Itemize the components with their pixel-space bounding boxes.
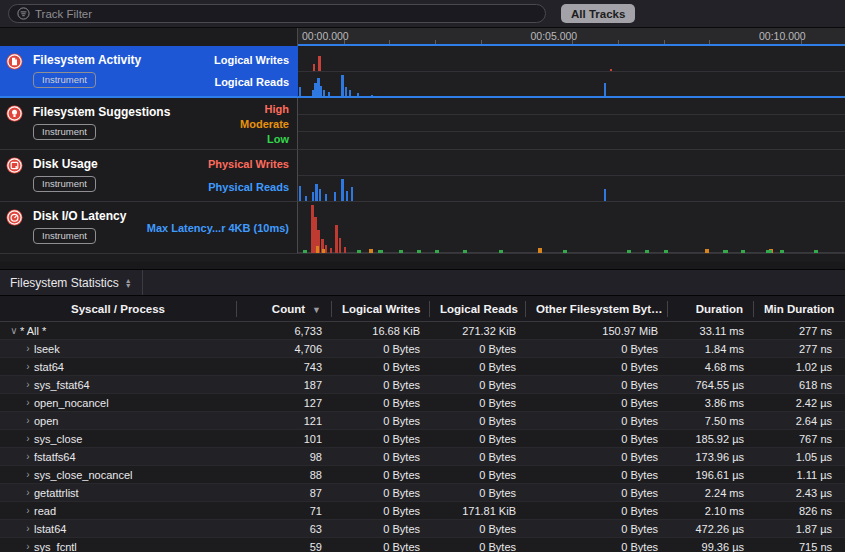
graph-bar: [345, 87, 347, 97]
cell-dur: 764.55 µs: [668, 379, 754, 391]
ruler-tick: [618, 40, 619, 44]
cell-dur: 3.86 ms: [668, 397, 754, 409]
stats-column-header: Syscall / Process Count▼ Logical Writes …: [0, 296, 845, 322]
graph-bar: [319, 189, 321, 202]
cell-dur: 472.26 µs: [668, 523, 754, 535]
chevron-up-down-icon: ▲▼: [125, 278, 132, 288]
disclosure-collapsed-icon[interactable]: ›: [22, 469, 34, 480]
column-header-count[interactable]: Count▼: [237, 301, 332, 317]
table-row[interactable]: ›getattrlist870 Bytes0 Bytes0 Bytes2.24 …: [0, 484, 845, 502]
filter-icon: [17, 7, 30, 20]
table-row[interactable]: ›sys_close_nocancel880 Bytes0 Bytes0 Byt…: [0, 466, 845, 484]
track-title: Disk I/O Latency: [33, 209, 126, 223]
cell-dur: 99.36 µs: [668, 541, 754, 552]
graph-bar: [312, 90, 314, 98]
graph-bar: [351, 187, 353, 201]
column-header-syscall-process[interactable]: Syscall / Process: [0, 301, 237, 317]
graph-bar: [604, 83, 606, 97]
disclosure-collapsed-icon[interactable]: ›: [22, 451, 34, 462]
syscall-name: lstat64: [34, 523, 66, 535]
track-filter-field[interactable]: [8, 4, 546, 23]
track-disk-usage-header[interactable]: Disk Usage Instrument Physical Writes Ph…: [0, 150, 298, 202]
track-disk-io-latency[interactable]: Disk I/O Latency Instrument Max Latency.…: [0, 202, 845, 254]
detail-view-selector[interactable]: Filesystem Statistics ▲▼: [0, 270, 143, 295]
disclosure-collapsed-icon[interactable]: ›: [22, 541, 34, 552]
track-filesystem-activity[interactable]: Filesystem Activity Instrument Logical W…: [0, 46, 845, 98]
table-row[interactable]: ›lstat64630 Bytes0 Bytes0 Bytes472.26 µs…: [0, 520, 845, 538]
cell-lw: 0 Bytes: [332, 361, 430, 373]
graph-bar: [344, 247, 346, 253]
cell-dur: 2.10 ms: [668, 505, 754, 517]
table-row[interactable]: ∨* All *6,73316.68 KiB271.32 KiB150.97 M…: [0, 322, 845, 340]
graph-bar: [741, 250, 745, 253]
disclosure-collapsed-icon[interactable]: ›: [22, 343, 34, 354]
graph-bar: [357, 93, 359, 97]
ruler-tick: [709, 40, 710, 44]
disclosure-collapsed-icon[interactable]: ›: [22, 397, 34, 408]
cell-lr: 271.32 KiB: [430, 325, 526, 337]
stats-table-body: ∨* All *6,73316.68 KiB271.32 KiB150.97 M…: [0, 322, 845, 552]
table-row[interactable]: ›lseek4,7060 Bytes0 Bytes0 Bytes1.84 ms2…: [0, 340, 845, 358]
lane-label-physical-writes: Physical Writes: [208, 158, 289, 170]
cell-count: 71: [237, 505, 332, 517]
column-header-logical-writes[interactable]: Logical Writes: [332, 301, 430, 317]
ruler-time-label: 00:00.000: [302, 30, 349, 42]
cell-min: 767 ns: [754, 433, 845, 445]
cell-dur: 196.61 µs: [668, 469, 754, 481]
column-header-duration[interactable]: Duration: [668, 301, 754, 317]
cell-min: 1.11 µs: [754, 469, 845, 481]
track-disk-usage[interactable]: Disk Usage Instrument Physical Writes Ph…: [0, 150, 845, 202]
track-filesystem-suggestions-header[interactable]: Filesystem Suggestions Instrument High M…: [0, 98, 298, 150]
cell-min: 1.87 µs: [754, 523, 845, 535]
disclosure-collapsed-icon[interactable]: ›: [22, 433, 34, 444]
syscall-name: fstatfs64: [34, 451, 76, 463]
disclosure-collapsed-icon[interactable]: ›: [22, 505, 34, 516]
cell-count: 63: [237, 523, 332, 535]
column-header-min-duration[interactable]: Min Duration: [754, 301, 845, 317]
cell-lr: 0 Bytes: [430, 523, 526, 535]
table-row[interactable]: ›read710 Bytes171.81 KiB0 Bytes2.10 ms82…: [0, 502, 845, 520]
track-disk-io-latency-header[interactable]: Disk I/O Latency Instrument Max Latency.…: [0, 202, 298, 254]
disclosure-expanded-icon[interactable]: ∨: [8, 325, 20, 336]
disclosure-collapsed-icon[interactable]: ›: [22, 415, 34, 426]
syscall-name: getattrlist: [34, 487, 79, 499]
graph-bar: [563, 250, 567, 253]
filesystem-suggestions-graph[interactable]: [298, 98, 845, 150]
track-filesystem-activity-header[interactable]: Filesystem Activity Instrument Logical W…: [0, 46, 298, 97]
graph-bar: [330, 248, 332, 253]
disclosure-collapsed-icon[interactable]: ›: [22, 361, 34, 372]
ruler-time-label: 00:10.000: [759, 30, 806, 42]
graph-bar: [323, 90, 325, 98]
cell-lr: 0 Bytes: [430, 415, 526, 427]
disclosure-collapsed-icon[interactable]: ›: [22, 487, 34, 498]
table-row[interactable]: ›sys_fcntl590 Bytes0 Bytes0 Bytes99.36 µ…: [0, 538, 845, 552]
all-tracks-button[interactable]: All Tracks: [561, 4, 635, 23]
syscall-name: stat64: [34, 361, 64, 373]
cell-other: 0 Bytes: [526, 523, 668, 535]
timeline-ruler[interactable]: 00:00.00000:05.00000:10.000: [298, 28, 845, 46]
disclosure-collapsed-icon[interactable]: ›: [22, 379, 34, 390]
disk-io-latency-graph[interactable]: [298, 202, 845, 254]
syscall-name: sys_close: [34, 433, 82, 445]
graph-bar: [312, 192, 314, 201]
instrument-badge: Instrument: [33, 176, 96, 192]
column-header-logical-reads[interactable]: Logical Reads: [430, 301, 526, 317]
table-row[interactable]: ›open_nocancel1270 Bytes0 Bytes0 Bytes3.…: [0, 394, 845, 412]
cell-other: 0 Bytes: [526, 469, 668, 481]
table-row[interactable]: ›stat647430 Bytes0 Bytes0 Bytes4.68 ms1.…: [0, 358, 845, 376]
cell-dur: 2.24 ms: [668, 487, 754, 499]
table-row[interactable]: ›sys_fstat641870 Bytes0 Bytes0 Bytes764.…: [0, 376, 845, 394]
cell-lw: 0 Bytes: [332, 469, 430, 481]
disclosure-collapsed-icon[interactable]: ›: [22, 523, 34, 534]
disk-usage-graph[interactable]: [298, 150, 845, 202]
ruler-tick: [572, 40, 573, 44]
column-header-other-filesystem-bytes[interactable]: Other Filesystem Byt…: [526, 301, 668, 317]
table-row[interactable]: ›sys_close1010 Bytes0 Bytes0 Bytes185.92…: [0, 430, 845, 448]
track-filesystem-suggestions[interactable]: Filesystem Suggestions Instrument High M…: [0, 98, 845, 150]
track-filter-input[interactable]: [35, 8, 537, 20]
cell-lr: 0 Bytes: [430, 541, 526, 552]
cell-lw: 0 Bytes: [332, 433, 430, 445]
table-row[interactable]: ›open1210 Bytes0 Bytes0 Bytes7.50 ms2.64…: [0, 412, 845, 430]
filesystem-activity-graph[interactable]: [298, 46, 845, 97]
table-row[interactable]: ›fstatfs64980 Bytes0 Bytes0 Bytes173.96 …: [0, 448, 845, 466]
